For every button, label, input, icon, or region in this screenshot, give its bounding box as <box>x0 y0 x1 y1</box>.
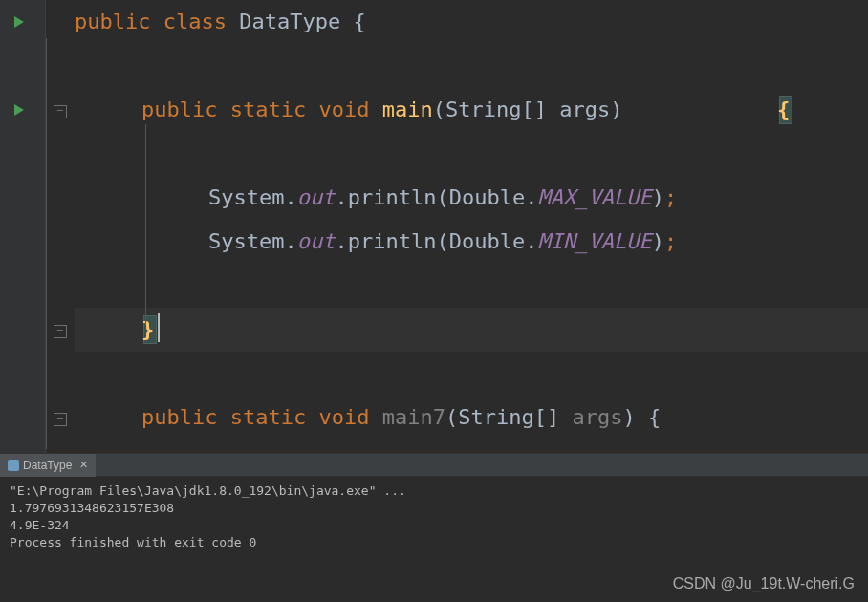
code-line: public static void main(String[] args) <box>141 88 636 132</box>
fold-icon[interactable] <box>54 325 67 338</box>
code-line: System.out.println(Double.MAX_VALUE); <box>208 176 677 220</box>
run-method-icon[interactable] <box>11 99 27 122</box>
fold-icon[interactable] <box>54 413 67 426</box>
console-tab[interactable]: DataType ✕ <box>0 454 96 477</box>
tab-label: DataType <box>23 459 72 472</box>
console-line: "E:\Program Files\Java\jdk1.8.0_192\bin\… <box>10 483 858 500</box>
code-line: System.out.println(Double.MIN_VALUE); <box>208 220 677 264</box>
fold-guide <box>46 38 47 449</box>
code-content[interactable]: public class DataType { public static vo… <box>75 0 868 453</box>
caret <box>158 313 160 342</box>
code-line: public static void main7(String[] args) … <box>141 396 661 440</box>
fold-icon[interactable] <box>54 105 67 118</box>
console-line: 4.9E-324 <box>10 517 858 534</box>
code-line: public class DataType { <box>75 0 366 44</box>
fold-gutter <box>46 0 75 453</box>
code-line: { <box>777 88 790 132</box>
console-output[interactable]: "E:\Program Files\Java\jdk1.8.0_192\bin\… <box>0 477 868 557</box>
java-class-icon <box>8 460 19 471</box>
console-line: Process finished with exit code 0 <box>10 534 858 551</box>
current-line-highlight <box>75 308 868 352</box>
close-tab-icon[interactable]: ✕ <box>79 459 88 471</box>
console-tabs: DataType ✕ <box>0 454 868 477</box>
code-line: } <box>141 308 154 352</box>
code-editor[interactable]: public class DataType { public static vo… <box>0 0 868 453</box>
console-line: 1.7976931348623157E308 <box>10 500 858 517</box>
watermark: CSDN @Ju_19t.W-cheri.G <box>673 575 855 592</box>
gutter <box>0 0 46 453</box>
run-class-icon[interactable] <box>11 11 27 34</box>
indent-guide <box>145 124 146 325</box>
